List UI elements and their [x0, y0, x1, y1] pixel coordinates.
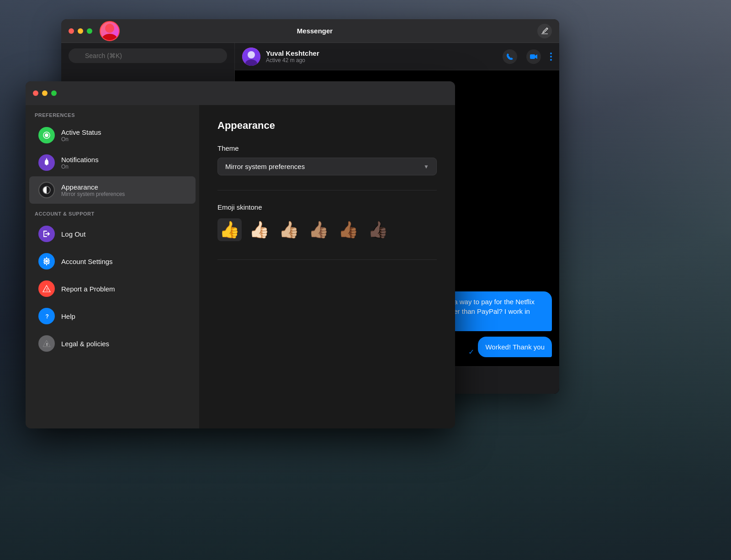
- active-status-text: Active Status On: [61, 128, 186, 143]
- account-settings-title: Account Settings: [61, 258, 186, 265]
- appearance-subtitle: Mirror system preferences: [61, 191, 186, 197]
- chevron-down-icon: ▼: [424, 164, 429, 170]
- emoji-section-title: Emoji skintone: [217, 203, 437, 211]
- logout-title: Log Out: [61, 230, 186, 238]
- chat-user-info: Yuval Keshtcher Active 42 m ago: [266, 49, 503, 63]
- sidebar-item-legal[interactable]: ! Legal & policies: [29, 330, 196, 357]
- appearance-text: Appearance Mirror system preferences: [61, 183, 186, 197]
- legal-text: Legal & policies: [61, 340, 186, 348]
- emoji-skintone-default[interactable]: 👍: [217, 218, 242, 241]
- report-icon: !: [38, 280, 55, 297]
- appearance-title: Appearance: [61, 183, 186, 191]
- close-dot[interactable]: [69, 28, 74, 34]
- video-call-button[interactable]: [526, 49, 541, 64]
- emoji-skintone-1[interactable]: 👍🏻: [247, 218, 271, 241]
- preferences-titlebar: [26, 81, 455, 105]
- sidebar-item-account-settings[interactable]: Account Settings: [29, 248, 196, 275]
- active-status-subtitle: On: [61, 136, 186, 143]
- theme-dropdown[interactable]: Mirror system preferences ▼: [217, 158, 437, 175]
- theme-dropdown-value: Mirror system preferences: [225, 163, 305, 170]
- theme-section-title: Theme: [217, 144, 437, 152]
- svg-point-6: [45, 133, 48, 137]
- sidebar-item-logout[interactable]: Log Out: [29, 220, 196, 248]
- report-title: Report a Problem: [61, 285, 186, 293]
- logout-text: Log Out: [61, 230, 186, 238]
- preferences-content: Appearance Theme Mirror system preferenc…: [199, 81, 455, 428]
- emoji-skintone-2[interactable]: 👍🏼: [277, 218, 301, 241]
- active-status-title: Active Status: [61, 128, 186, 136]
- chat-header: Yuval Keshtcher Active 42 m ago: [235, 43, 559, 70]
- minimize-dot[interactable]: [78, 28, 83, 34]
- search-input[interactable]: [69, 48, 227, 63]
- notifications-icon: [38, 154, 55, 171]
- sidebar-item-help[interactable]: ? Help: [29, 302, 196, 330]
- pref-close-button[interactable]: [33, 90, 38, 96]
- account-settings-text: Account Settings: [61, 258, 186, 265]
- pref-maximize-button[interactable]: [51, 90, 57, 96]
- sidebar-item-active-status[interactable]: Active Status On: [29, 122, 196, 149]
- help-icon: ?: [38, 308, 55, 324]
- logout-icon: [38, 226, 55, 242]
- preferences-window: PREFERENCES Active Status On: [26, 81, 455, 428]
- read-receipt: ✓: [468, 348, 474, 356]
- account-section-label: ACCOUNT & SUPPORT: [26, 204, 199, 220]
- preferences-section-label: PREFERENCES: [26, 105, 199, 122]
- svg-rect-5: [530, 54, 535, 59]
- svg-text:!: !: [46, 342, 48, 347]
- chat-username: Yuval Keshtcher: [266, 49, 503, 57]
- help-title: Help: [61, 312, 186, 320]
- preferences-sidebar: PREFERENCES Active Status On: [26, 81, 199, 428]
- notifications-text: Notifications On: [61, 156, 186, 170]
- chat-contact-avatar: [242, 48, 260, 66]
- svg-text:?: ?: [46, 313, 49, 320]
- sidebar-item-report[interactable]: ! Report a Problem: [29, 275, 196, 302]
- svg-point-10: [45, 260, 48, 263]
- emoji-skintone-row: 👍 👍🏻 👍🏼 👍🏽 👍🏾 👍🏿: [217, 218, 437, 241]
- help-text: Help: [61, 312, 186, 320]
- account-settings-icon: [38, 253, 55, 269]
- phone-call-button[interactable]: [503, 49, 517, 64]
- emoji-skintone-4[interactable]: 👍🏾: [336, 218, 360, 241]
- emoji-skintone-3[interactable]: 👍🏽: [307, 218, 331, 241]
- messenger-title: Messenger: [96, 27, 534, 35]
- compose-button[interactable]: [537, 24, 552, 38]
- chat-status: Active 42 m ago: [266, 57, 503, 63]
- svg-text:!: !: [46, 287, 48, 292]
- legal-icon: !: [38, 335, 55, 352]
- message-bubble-2: Worked! Thank you: [478, 337, 552, 357]
- search-bar: 🔍: [61, 43, 234, 69]
- emoji-skintone-5[interactable]: 👍🏿: [366, 218, 390, 241]
- messenger-titlebar: Messenger: [61, 19, 559, 43]
- svg-point-3: [248, 51, 255, 58]
- chat-actions: [503, 49, 552, 64]
- notifications-title: Notifications: [61, 156, 186, 164]
- divider: [217, 190, 437, 190]
- notifications-subtitle: On: [61, 164, 186, 170]
- appearance-content-title: Appearance: [217, 120, 437, 132]
- appearance-icon: [38, 182, 55, 198]
- divider-2: [217, 259, 437, 260]
- report-text: Report a Problem: [61, 285, 186, 293]
- sidebar-item-appearance[interactable]: Appearance Mirror system preferences: [29, 176, 196, 204]
- active-status-icon: [38, 127, 55, 143]
- legal-title: Legal & policies: [61, 340, 186, 348]
- preferences-content-inner: Appearance Theme Mirror system preferenc…: [199, 105, 455, 287]
- more-options-button[interactable]: [550, 53, 552, 61]
- sidebar-item-notifications[interactable]: Notifications On: [29, 149, 196, 176]
- pref-minimize-button[interactable]: [42, 90, 48, 96]
- maximize-dot[interactable]: [87, 28, 92, 34]
